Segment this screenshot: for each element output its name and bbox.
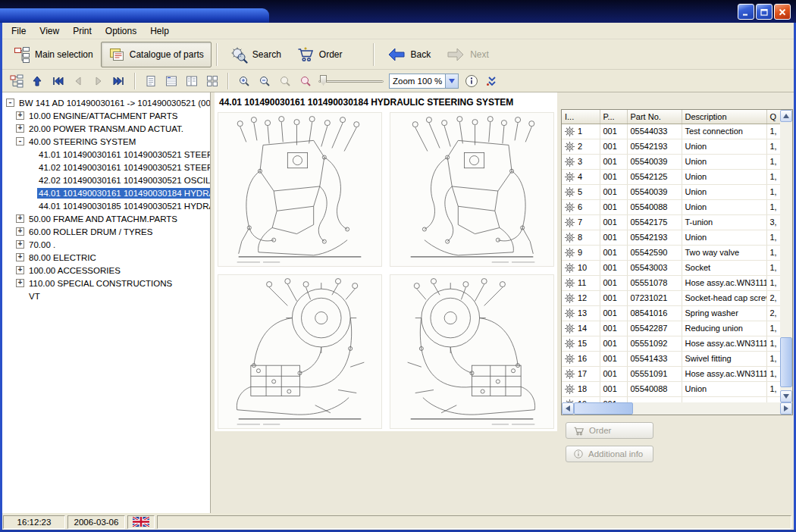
column-header-partno[interactable]: Part No. [627, 110, 682, 124]
tree-item[interactable]: +10.00 ENGINE/ATTACHMENT PARTS [2, 109, 210, 122]
expand-icon[interactable]: + [16, 279, 24, 287]
tree-item[interactable]: 44.01 101490030185 101490030521 HYDRAU [2, 199, 210, 212]
tree-item-label[interactable]: 42.02 101490030161 101490030521 OSCILLA [37, 175, 211, 186]
menu-options[interactable]: Options [99, 23, 143, 39]
zoom-slider[interactable] [318, 74, 384, 88]
expand-icon[interactable]: + [16, 214, 24, 223]
diagram-thumbnail-2[interactable] [390, 112, 554, 267]
order-toolbar-button[interactable]: Order [289, 42, 350, 67]
additional-info-button[interactable]: Additional info [566, 446, 653, 462]
expand-down-icon[interactable] [484, 74, 500, 89]
collapse-icon[interactable]: - [6, 99, 14, 107]
minimize-button[interactable] [738, 4, 754, 20]
tree-item[interactable]: +20.00 POWER TRANSM.AND ACTUAT. [2, 122, 210, 135]
scroll-right-button[interactable] [780, 402, 792, 415]
info-icon[interactable] [464, 74, 479, 89]
table-row[interactable]: 17 001 05551091 Hose assy.ac.WN3111 1, [562, 366, 780, 381]
table-row[interactable]: 5 001 05540039 Union 1, [562, 184, 780, 199]
tree-item-label[interactable]: 50.00 FRAME AND ATTACHM.PARTS [27, 214, 179, 224]
status-language-flag[interactable] [127, 515, 155, 529]
tree-item[interactable]: VT [2, 289, 210, 302]
tree-item[interactable]: +70.00 . [2, 238, 210, 251]
table-row[interactable]: 18 001 05540088 Union 1, [562, 381, 780, 396]
tree-item-label[interactable]: 10.00 ENGINE/ATTACHMENT PARTS [27, 111, 179, 121]
expand-icon[interactable]: + [16, 124, 24, 133]
menu-view[interactable]: View [33, 23, 66, 39]
search-button[interactable]: Search [222, 42, 289, 67]
zoom-out-icon[interactable] [257, 74, 272, 89]
horizontal-scrollbar[interactable] [562, 402, 792, 415]
table-row[interactable]: 9 001 05542590 Two way valve 1, [562, 245, 780, 260]
table-row[interactable]: 6 001 05540088 Union 1, [562, 199, 780, 214]
tree-item[interactable]: +110.00 SPECIAL CONSTRUCTIONS [2, 277, 210, 289]
table-row[interactable]: 16 001 05541433 Swivel fitting 1, [562, 351, 780, 366]
zoom-in-icon[interactable] [237, 74, 252, 89]
tree-item[interactable]: 41.01 101490030161 101490030521 STEERIN [2, 148, 210, 161]
main-selection-button[interactable]: Main selection [6, 42, 101, 67]
previous-page-icon[interactable] [71, 74, 86, 89]
tree-item[interactable]: +50.00 FRAME AND ATTACHM.PARTS [2, 212, 210, 225]
tree-item[interactable]: +60.00 ROLLER DRUM / TYRES [2, 225, 210, 238]
last-page-icon[interactable] [111, 74, 127, 89]
zoom-slider-track[interactable] [318, 80, 384, 83]
scroll-left-button[interactable] [562, 402, 574, 415]
table-row[interactable]: 13 001 08541016 Spring washer 2, [562, 305, 780, 321]
table-row[interactable]: 12 001 07231021 Socket-head cap screw 2, [562, 290, 780, 305]
tree-item-label[interactable]: 40.00 STEERING SYSTEM [27, 136, 137, 147]
diagram-thumbnail-4[interactable] [390, 274, 554, 429]
tree-item-label[interactable]: 41.01 101490030161 101490030521 STEERIN [37, 149, 211, 160]
list-view-icon[interactable] [164, 74, 179, 89]
table-row[interactable]: 15 001 05551092 Hose assy.ac.WN3111 1, [562, 336, 780, 351]
tree-item[interactable]: 42.02 101490030161 101490030521 OSCILLA [2, 174, 210, 186]
vertical-scroll-thumb[interactable] [780, 337, 792, 387]
expand-icon[interactable]: + [16, 111, 24, 120]
next-button[interactable]: Next [438, 42, 497, 67]
grid-view-icon[interactable] [205, 74, 220, 89]
split-view-icon[interactable] [184, 74, 199, 89]
expand-icon[interactable]: + [16, 240, 24, 249]
table-row[interactable]: 8 001 05542193 Union 1, [562, 230, 780, 245]
expand-icon[interactable]: + [16, 253, 24, 261]
zoom-slider-handle[interactable] [320, 75, 327, 86]
zoom-dynamic-icon[interactable] [298, 74, 313, 89]
diagram-thumbnail-3[interactable] [218, 274, 382, 429]
next-page-icon[interactable] [91, 74, 106, 89]
first-page-icon[interactable] [50, 74, 65, 89]
tree-item-label[interactable]: 20.00 POWER TRANSM.AND ACTUAT. [27, 124, 185, 134]
tree-item[interactable]: +80.00 ELECTRIC [2, 251, 210, 264]
page-view-icon[interactable] [143, 74, 158, 89]
order-button[interactable]: Order [566, 422, 653, 439]
expand-icon[interactable]: + [16, 266, 24, 274]
tree-item[interactable]: 41.02 101490030161 101490030521 STEERIN [2, 161, 210, 174]
catalogue-of-parts-button[interactable]: Catalogue of parts [101, 42, 212, 67]
tree-item[interactable]: 44.01 101490030161 101490030184 HYDRAU [2, 186, 210, 199]
table-row[interactable]: 14 001 05542287 Reducing union 1, [562, 321, 780, 336]
scroll-up-button[interactable] [780, 110, 792, 122]
collapse-icon[interactable]: - [16, 137, 24, 146]
table-row[interactable]: 4 001 05542125 Union 1, [562, 169, 780, 184]
tree-item-label[interactable]: 100.00 ACCESSORIES [27, 265, 122, 276]
maximize-button[interactable] [756, 4, 772, 20]
tree-item[interactable]: -40.00 STEERING SYSTEM [2, 135, 210, 148]
tree-item[interactable]: +100.00 ACCESSORIES [2, 264, 210, 277]
tree-item-label[interactable]: 110.00 SPECIAL CONSTRUCTIONS [27, 278, 174, 289]
vertical-scrollbar[interactable] [780, 110, 792, 402]
tree-item-label[interactable]: 60.00 ROLLER DRUM / TYRES [27, 227, 154, 237]
table-row[interactable]: 10 001 05543003 Socket 1, [562, 260, 780, 275]
tree-item-label[interactable]: 44.01 101490030161 101490030184 HYDRAU [37, 188, 211, 199]
zoom-select[interactable]: Zoom 100 % [389, 74, 459, 89]
table-row[interactable]: 2 001 05542193 Union 1, [562, 139, 780, 154]
back-button[interactable]: Back [379, 42, 439, 67]
tree-item-label[interactable]: 80.00 ELECTRIC [27, 252, 98, 263]
scroll-down-button[interactable] [780, 390, 792, 402]
table-row[interactable]: 11 001 05551078 Hose assy.ac.WN3111 1, [562, 275, 780, 290]
menu-file[interactable]: File [5, 23, 33, 39]
tree-item-label[interactable]: VT [27, 291, 42, 302]
close-button[interactable] [774, 4, 791, 20]
table-row[interactable]: 1 001 05544033 Test connection 1, [562, 124, 780, 139]
diagram-thumbnail-1[interactable] [218, 112, 382, 267]
tree-item-label[interactable]: 70.00 . [27, 239, 57, 250]
tree-item[interactable]: -BW 141 AD 101490030161 -> 101490030521 … [2, 96, 210, 109]
menu-print[interactable]: Print [66, 23, 99, 39]
tree-item-label[interactable]: 44.01 101490030185 101490030521 HYDRAU [37, 201, 211, 211]
